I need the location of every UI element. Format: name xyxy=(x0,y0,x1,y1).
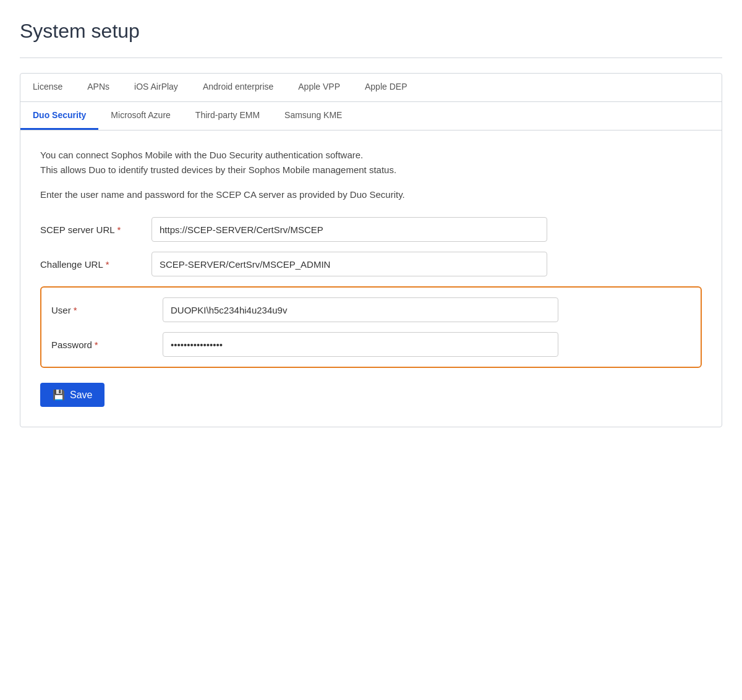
tab-android-enterprise[interactable]: Android enterprise xyxy=(190,74,286,101)
challenge-url-label: Challenge URL* xyxy=(40,259,151,270)
tab-duo-security[interactable]: Duo Security xyxy=(20,102,98,130)
save-icon: 💾 xyxy=(53,389,65,401)
password-input[interactable] xyxy=(163,332,558,357)
content-area: You can connect Sophos Mobile with the D… xyxy=(20,130,722,427)
user-group: User* xyxy=(51,297,691,322)
challenge-url-input[interactable] xyxy=(151,252,547,276)
challenge-url-group: Challenge URL* xyxy=(40,252,702,276)
save-button[interactable]: 💾 Save xyxy=(40,383,104,407)
user-required-star: * xyxy=(74,305,77,315)
tabs-row-2: Duo Security Microsoft Azure Third-party… xyxy=(20,102,722,130)
top-divider xyxy=(20,58,722,58)
scep-server-url-label: SCEP server URL* xyxy=(40,224,151,235)
tab-apple-vpp[interactable]: Apple VPP xyxy=(286,74,352,101)
password-required-star: * xyxy=(95,339,98,350)
user-password-section: User* Password* xyxy=(40,286,702,368)
tab-apple-dep[interactable]: Apple DEP xyxy=(352,74,419,101)
tab-apns[interactable]: APNs xyxy=(75,74,122,101)
password-label: Password* xyxy=(51,339,163,350)
user-label: User* xyxy=(51,305,163,315)
description-line-2: This allows Duo to identify trusted devi… xyxy=(40,163,702,177)
page-title: System setup xyxy=(20,20,722,43)
tab-ios-airplay[interactable]: iOS AirPlay xyxy=(122,74,190,101)
challenge-required-star: * xyxy=(106,259,109,270)
tab-third-party-emm[interactable]: Third-party EMM xyxy=(183,102,272,130)
main-card: License APNs iOS AirPlay Android enterpr… xyxy=(20,73,722,427)
tabs-row-1: License APNs iOS AirPlay Android enterpr… xyxy=(20,74,722,102)
scep-server-url-input[interactable] xyxy=(151,217,547,242)
tab-microsoft-azure[interactable]: Microsoft Azure xyxy=(98,102,182,130)
tab-license[interactable]: License xyxy=(20,74,75,101)
description-line-3: Enter the user name and password for the… xyxy=(40,187,702,202)
save-button-label: Save xyxy=(70,390,92,401)
scep-required-star: * xyxy=(117,224,121,235)
password-group: Password* xyxy=(51,332,691,357)
user-input[interactable] xyxy=(163,297,558,322)
description-line-1: You can connect Sophos Mobile with the D… xyxy=(40,148,702,163)
scep-server-url-group: SCEP server URL* xyxy=(40,217,702,242)
page-container: System setup License APNs iOS AirPlay An… xyxy=(0,0,742,427)
description-block: You can connect Sophos Mobile with the D… xyxy=(40,148,702,202)
tab-samsung-kme[interactable]: Samsung KME xyxy=(272,102,354,130)
